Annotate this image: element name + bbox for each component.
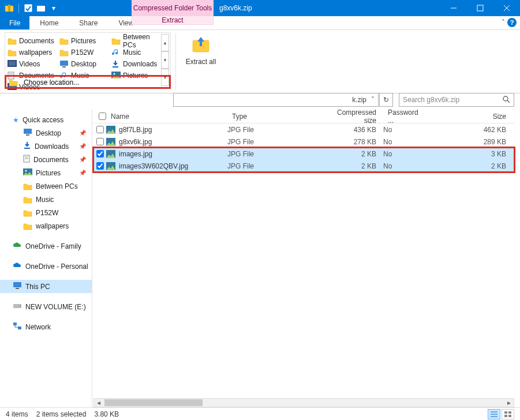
- nav-label: Documents: [33, 156, 69, 164]
- refresh-button[interactable]: ↻: [379, 93, 393, 107]
- file-password: No: [383, 126, 425, 134]
- col-type[interactable]: Type: [227, 112, 320, 121]
- tab-file[interactable]: File: [0, 16, 29, 29]
- address-bar[interactable]: k.zip ˅: [173, 93, 379, 107]
- nav-label: Downloads: [35, 142, 69, 151]
- nav-item[interactable]: Downloads📌: [0, 140, 92, 153]
- gallery-item[interactable]: Pictures: [58, 35, 110, 47]
- maximize-button[interactable]: [467, 0, 493, 16]
- pin-icon: 📌: [79, 156, 86, 163]
- nav-item[interactable]: Between PCs: [0, 179, 92, 193]
- help-icon[interactable]: ?: [507, 18, 517, 27]
- doc-icon: [23, 155, 30, 164]
- tab-home[interactable]: Home: [29, 16, 69, 29]
- col-password[interactable]: Password ...: [383, 108, 425, 125]
- row-checkbox[interactable]: [96, 150, 104, 158]
- nav-this-pc[interactable]: This PC: [0, 280, 92, 293]
- tab-share[interactable]: Share: [69, 16, 108, 29]
- nav-item[interactable]: Pictures📌: [0, 166, 92, 179]
- select-all-checkbox[interactable]: [99, 112, 106, 120]
- table-row[interactable]: g8xv6k.jpg JPG File 278 KB No 289 KB: [93, 136, 514, 148]
- close-button[interactable]: [493, 0, 520, 16]
- gallery-up-icon[interactable]: ▲: [161, 34, 169, 51]
- scroll-left-icon[interactable]: ◂: [94, 399, 103, 407]
- status-item-count: 4 items: [6, 410, 28, 418]
- svg-rect-24: [26, 134, 29, 136]
- address-dropdown-icon[interactable]: ˅: [371, 96, 375, 104]
- col-compressed[interactable]: Compressed size: [320, 108, 383, 125]
- gallery-item[interactable]: Music: [110, 47, 162, 58]
- svg-rect-10: [60, 61, 68, 66]
- nav-item[interactable]: Documents📌: [0, 153, 92, 166]
- nav-onedrive-personal[interactable]: OneDrive - Personal: [0, 260, 92, 273]
- nav-label: OneDrive - Personal: [25, 262, 88, 271]
- gallery-item-label: Documents: [19, 37, 54, 45]
- scroll-thumb[interactable]: [104, 399, 203, 406]
- image-file-icon: [106, 138, 115, 146]
- view-details-button[interactable]: [488, 409, 500, 419]
- ribbon-extract: DocumentsPicturesBetween PCswallpapersP1…: [0, 30, 520, 93]
- file-type: JPG File: [227, 138, 320, 146]
- gallery-item[interactable]: P152W: [58, 47, 110, 58]
- image-file-icon: [106, 150, 115, 158]
- nav-label: Desktop: [36, 129, 61, 137]
- gallery-item-label: wallpapers: [19, 48, 52, 57]
- search-icon[interactable]: [502, 95, 510, 105]
- table-row[interactable]: g8f7LB.jpg JPG File 436 KB No 462 KB: [93, 123, 514, 136]
- svg-rect-1: [8, 5, 10, 12]
- nav-new-volume[interactable]: NEW VOLUME (E:): [0, 300, 92, 313]
- horizontal-scrollbar[interactable]: ◂ ▸: [93, 398, 514, 407]
- folder-icon: [8, 37, 17, 45]
- svg-point-30: [25, 170, 27, 172]
- row-checkbox[interactable]: [96, 138, 104, 145]
- navigation-pane[interactable]: ★ Quick access Desktop📌Downloads📌Documen…: [0, 110, 92, 407]
- cloud-icon: [13, 262, 22, 271]
- nav-item[interactable]: Music: [0, 193, 92, 206]
- file-type: JPG File: [227, 162, 320, 170]
- table-row[interactable]: images.jpg JPG File 2 KB No 3 KB: [93, 148, 514, 160]
- gallery-item[interactable]: Desktop: [58, 58, 110, 70]
- svg-rect-35: [13, 322, 17, 325]
- tab-extract[interactable]: Extract: [132, 16, 214, 25]
- file-size: 289 KB: [425, 138, 514, 146]
- nav-item[interactable]: wallpapers: [0, 219, 92, 232]
- choose-location-row[interactable]: Choose location...: [5, 76, 170, 88]
- minimize-button[interactable]: [440, 0, 467, 16]
- gallery-item[interactable]: Videos: [6, 58, 58, 70]
- nav-item[interactable]: P152W: [0, 206, 92, 219]
- file-type: JPG File: [227, 126, 320, 134]
- nav-onedrive-family[interactable]: OneDrive - Family: [0, 239, 92, 253]
- nav-item[interactable]: Desktop📌: [0, 126, 92, 140]
- nav-quick-access[interactable]: ★ Quick access: [0, 113, 92, 126]
- search-box[interactable]: Search g8xv6k.zip: [399, 93, 514, 107]
- nav-network[interactable]: Network: [0, 320, 92, 333]
- table-row[interactable]: images3W602QBV.jpg JPG File 2 KB No 2 KB: [93, 160, 514, 172]
- pic-icon: [23, 168, 32, 177]
- gallery-item[interactable]: wallpapers: [6, 47, 58, 58]
- download-icon: [111, 60, 121, 68]
- gallery-item[interactable]: Between PCs: [110, 35, 162, 47]
- folder-icon: [23, 222, 32, 230]
- qat-newfolder-icon[interactable]: [36, 3, 46, 13]
- view-large-button[interactable]: [502, 409, 514, 419]
- col-name[interactable]: Name: [106, 112, 227, 121]
- qat-properties-icon[interactable]: [24, 3, 33, 13]
- row-checkbox[interactable]: [96, 162, 104, 170]
- file-compressed-size: 436 KB: [320, 126, 383, 134]
- folder-icon: [9, 78, 18, 87]
- collapse-ribbon-icon[interactable]: ˄: [502, 18, 505, 27]
- nav-label: Network: [25, 323, 51, 331]
- gallery-item[interactable]: Documents: [6, 35, 58, 47]
- gallery-item[interactable]: Downloads: [110, 58, 162, 70]
- qat-dropdown-icon[interactable]: ▾: [49, 3, 58, 13]
- row-checkbox[interactable]: [96, 126, 104, 133]
- col-size[interactable]: Size: [425, 112, 514, 121]
- gallery-item-label: Downloads: [123, 60, 157, 68]
- column-headers[interactable]: Name Type Compressed size Password ... S…: [93, 110, 514, 123]
- ribbon-tabs: File Home Share View Extract ˄ ?: [0, 16, 520, 30]
- gallery-down-icon[interactable]: ▼: [161, 51, 169, 69]
- scroll-right-icon[interactable]: ▸: [504, 399, 514, 407]
- extract-to-gallery[interactable]: DocumentsPicturesBetween PCswallpapersP1…: [5, 32, 171, 89]
- svg-rect-9: [9, 61, 16, 66]
- extract-all-button[interactable]: Extract all: [184, 35, 218, 66]
